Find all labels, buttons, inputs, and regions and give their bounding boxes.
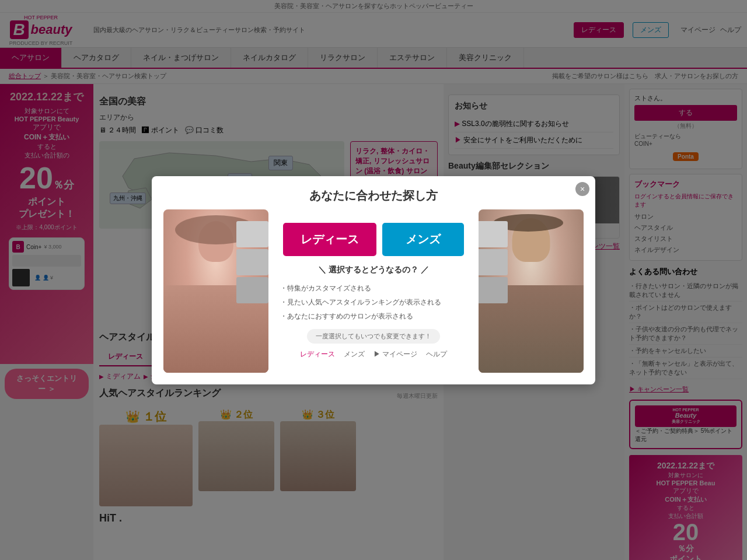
thumb-m-3	[479, 277, 508, 303]
modal-male-image	[479, 209, 584, 373]
female-thumbnails	[236, 221, 268, 303]
feature-1: ・特集がカスタマイズされる	[280, 281, 467, 295]
male-thumbnails	[479, 221, 511, 303]
sub-link-mens[interactable]: メンズ	[344, 349, 365, 359]
thumb-m-2	[479, 249, 508, 275]
thumb-m-1	[479, 221, 508, 247]
modal-center: レディース メンズ ＼ 選択するとどうなるの？ ／ ・特集がカスタマイズされる …	[268, 223, 479, 359]
modal-body: レディース メンズ ＼ 選択するとどうなるの？ ／ ・特集がカスタマイズされる …	[152, 209, 595, 384]
modal-title: あなたに合わせた探し方	[152, 176, 595, 209]
thumb-1	[236, 221, 268, 247]
thumb-2	[236, 249, 268, 275]
sub-link-mypage[interactable]: ▶ マイページ	[374, 349, 417, 359]
modal-overlay[interactable]: × あなたに合わせた探し方	[0, 0, 747, 560]
thumb-3	[236, 277, 268, 303]
modal-close-button[interactable]: ×	[575, 182, 589, 196]
sub-link-help[interactable]: ヘルプ	[426, 349, 447, 359]
modal-note: 一度選択してもいつでも変更できます！	[307, 329, 440, 344]
sub-link-ladies[interactable]: レディース	[300, 349, 335, 359]
modal-ladies-button[interactable]: レディース	[283, 223, 376, 256]
modal-female-image	[163, 209, 268, 373]
modal-features: ・特集がカスタマイズされる ・見たい人気ヘアスタイルランキングが表示される ・あ…	[280, 281, 467, 323]
modal-sub-links: レディース メンズ ▶ マイページ ヘルプ	[280, 349, 467, 359]
modal-mens-button[interactable]: メンズ	[382, 223, 464, 256]
feature-3: ・あなたにおすすめのサロンが表示される	[280, 309, 467, 323]
modal: × あなたに合わせた探し方	[152, 176, 595, 384]
modal-subtitle: ＼ 選択するとどうなるの？ ／	[280, 265, 467, 275]
feature-2: ・見たい人気ヘアスタイルランキングが表示される	[280, 295, 467, 309]
modal-buttons: レディース メンズ	[280, 223, 467, 256]
